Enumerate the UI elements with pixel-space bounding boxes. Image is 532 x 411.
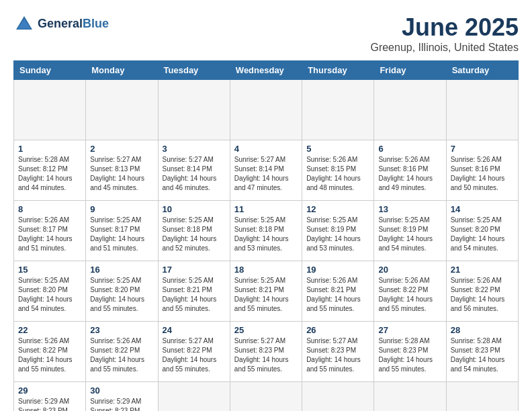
day-number: 13 bbox=[378, 204, 441, 214]
day-number: 22 bbox=[18, 325, 81, 335]
calendar-cell-w5-d4 bbox=[302, 382, 374, 412]
calendar-cell-w0-d3 bbox=[230, 80, 302, 140]
day-number: 24 bbox=[163, 325, 226, 335]
day-number: 14 bbox=[451, 204, 514, 214]
calendar-cell-w3-d4: 19 Sunrise: 5:26 AMSunset: 8:21 PMDaylig… bbox=[302, 261, 374, 322]
calendar-cell-w5-d2 bbox=[158, 382, 230, 412]
calendar-week-1: 1 Sunrise: 5:28 AMSunset: 8:12 PMDayligh… bbox=[14, 140, 519, 201]
calendar-week-5: 29 Sunrise: 5:29 AMSunset: 8:23 PMDaylig… bbox=[14, 382, 519, 412]
day-number: 19 bbox=[306, 265, 369, 275]
cell-info: Sunrise: 5:28 AMSunset: 8:12 PMDaylight:… bbox=[18, 156, 73, 191]
cell-info: Sunrise: 5:25 AMSunset: 8:18 PMDaylight:… bbox=[234, 216, 289, 252]
calendar-cell-w4-d6: 28 Sunrise: 5:28 AMSunset: 8:23 PMDaylig… bbox=[446, 322, 518, 382]
day-number: 8 bbox=[18, 204, 81, 214]
calendar-cell-w2-d0: 8 Sunrise: 5:26 AMSunset: 8:17 PMDayligh… bbox=[14, 201, 86, 261]
day-number: 29 bbox=[18, 385, 81, 396]
logo-text-line1: GeneralBlue bbox=[38, 17, 109, 32]
day-number: 12 bbox=[306, 204, 369, 214]
day-number: 11 bbox=[234, 204, 298, 214]
header-friday: Friday bbox=[374, 61, 446, 80]
cell-info: Sunrise: 5:26 AMSunset: 8:22 PMDaylight:… bbox=[90, 337, 144, 373]
calendar-cell-w5-d1: 30 Sunrise: 5:29 AMSunset: 8:23 PMDaylig… bbox=[86, 382, 158, 412]
day-number: 18 bbox=[234, 265, 298, 275]
day-number: 23 bbox=[90, 325, 153, 335]
calendar-cell-w4-d5: 27 Sunrise: 5:28 AMSunset: 8:23 PMDaylig… bbox=[374, 322, 446, 382]
calendar-cell-w1-d1: 2 Sunrise: 5:27 AMSunset: 8:13 PMDayligh… bbox=[86, 140, 158, 201]
calendar-cell-w3-d1: 16 Sunrise: 5:25 AMSunset: 8:20 PMDaylig… bbox=[86, 261, 158, 322]
cell-info: Sunrise: 5:25 AMSunset: 8:19 PMDaylight:… bbox=[306, 216, 361, 252]
logo: GeneralBlue bbox=[13, 13, 109, 35]
day-number: 26 bbox=[306, 325, 369, 335]
cell-info: Sunrise: 5:26 AMSunset: 8:22 PMDaylight:… bbox=[378, 277, 433, 312]
month-title: June 2025 bbox=[370, 13, 519, 42]
calendar-cell-w1-d3: 4 Sunrise: 5:27 AMSunset: 8:14 PMDayligh… bbox=[230, 140, 302, 201]
calendar-cell-w0-d1 bbox=[86, 80, 158, 140]
day-number: 7 bbox=[451, 144, 514, 154]
calendar-cell-w1-d2: 3 Sunrise: 5:27 AMSunset: 8:14 PMDayligh… bbox=[158, 140, 230, 201]
day-number: 20 bbox=[378, 265, 441, 275]
calendar-week-4: 22 Sunrise: 5:26 AMSunset: 8:22 PMDaylig… bbox=[14, 322, 519, 382]
day-number: 15 bbox=[18, 265, 81, 275]
header-sunday: Sunday bbox=[14, 61, 86, 80]
day-number: 1 bbox=[18, 144, 81, 154]
calendar-cell-w1-d4: 5 Sunrise: 5:26 AMSunset: 8:15 PMDayligh… bbox=[302, 140, 374, 201]
calendar-cell-w0-d6 bbox=[446, 80, 518, 140]
day-number: 16 bbox=[90, 265, 153, 275]
calendar-cell-w2-d1: 9 Sunrise: 5:25 AMSunset: 8:17 PMDayligh… bbox=[86, 201, 158, 261]
cell-info: Sunrise: 5:27 AMSunset: 8:14 PMDaylight:… bbox=[163, 156, 217, 191]
calendar-cell-w3-d6: 21 Sunrise: 5:26 AMSunset: 8:22 PMDaylig… bbox=[446, 261, 518, 322]
day-number: 2 bbox=[90, 144, 153, 154]
cell-info: Sunrise: 5:29 AMSunset: 8:23 PMDaylight:… bbox=[90, 398, 144, 411]
day-number: 6 bbox=[378, 144, 441, 154]
calendar-cell-w1-d0: 1 Sunrise: 5:28 AMSunset: 8:12 PMDayligh… bbox=[14, 140, 86, 201]
calendar-cell-w5-d0: 29 Sunrise: 5:29 AMSunset: 8:23 PMDaylig… bbox=[14, 382, 86, 412]
cell-info: Sunrise: 5:26 AMSunset: 8:15 PMDaylight:… bbox=[306, 156, 361, 191]
header-thursday: Thursday bbox=[302, 61, 374, 80]
cell-info: Sunrise: 5:26 AMSunset: 8:21 PMDaylight:… bbox=[306, 277, 361, 312]
calendar-week-3: 15 Sunrise: 5:25 AMSunset: 8:20 PMDaylig… bbox=[14, 261, 519, 322]
header-monday: Monday bbox=[86, 61, 158, 80]
header-saturday: Saturday bbox=[446, 61, 518, 80]
cell-info: Sunrise: 5:28 AMSunset: 8:23 PMDaylight:… bbox=[451, 337, 505, 373]
calendar-cell-w4-d0: 22 Sunrise: 5:26 AMSunset: 8:22 PMDaylig… bbox=[14, 322, 86, 382]
cell-info: Sunrise: 5:26 AMSunset: 8:16 PMDaylight:… bbox=[451, 156, 505, 191]
cell-info: Sunrise: 5:26 AMSunset: 8:22 PMDaylight:… bbox=[18, 337, 73, 373]
calendar-cell-w0-d4 bbox=[302, 80, 374, 140]
calendar-cell-w1-d5: 6 Sunrise: 5:26 AMSunset: 8:16 PMDayligh… bbox=[374, 140, 446, 201]
cell-info: Sunrise: 5:25 AMSunset: 8:20 PMDaylight:… bbox=[18, 277, 73, 312]
cell-info: Sunrise: 5:25 AMSunset: 8:20 PMDaylight:… bbox=[451, 216, 505, 252]
cell-info: Sunrise: 5:25 AMSunset: 8:18 PMDaylight:… bbox=[163, 216, 217, 252]
cell-info: Sunrise: 5:25 AMSunset: 8:21 PMDaylight:… bbox=[234, 277, 289, 312]
cell-info: Sunrise: 5:26 AMSunset: 8:22 PMDaylight:… bbox=[451, 277, 505, 312]
cell-info: Sunrise: 5:29 AMSunset: 8:23 PMDaylight:… bbox=[18, 398, 73, 411]
header-tuesday: Tuesday bbox=[158, 61, 230, 80]
title-area: June 2025 Greenup, Illinois, United Stat… bbox=[370, 13, 519, 54]
header: GeneralBlue June 2025 Greenup, Illinois,… bbox=[13, 13, 519, 54]
calendar-cell-w1-d6: 7 Sunrise: 5:26 AMSunset: 8:16 PMDayligh… bbox=[446, 140, 518, 201]
cell-info: Sunrise: 5:25 AMSunset: 8:17 PMDaylight:… bbox=[90, 216, 144, 252]
calendar-cell-w0-d0 bbox=[14, 80, 86, 140]
calendar-cell-w2-d6: 14 Sunrise: 5:25 AMSunset: 8:20 PMDaylig… bbox=[446, 201, 518, 261]
cell-info: Sunrise: 5:27 AMSunset: 8:23 PMDaylight:… bbox=[306, 337, 361, 373]
cell-info: Sunrise: 5:27 AMSunset: 8:13 PMDaylight:… bbox=[90, 156, 144, 191]
header-wednesday: Wednesday bbox=[230, 61, 302, 80]
cell-info: Sunrise: 5:25 AMSunset: 8:21 PMDaylight:… bbox=[163, 277, 217, 312]
calendar-cell-w4-d1: 23 Sunrise: 5:26 AMSunset: 8:22 PMDaylig… bbox=[86, 322, 158, 382]
calendar-cell-w3-d0: 15 Sunrise: 5:25 AMSunset: 8:20 PMDaylig… bbox=[14, 261, 86, 322]
day-number: 27 bbox=[378, 325, 441, 335]
calendar-cell-w5-d3 bbox=[230, 382, 302, 412]
day-number: 3 bbox=[163, 144, 226, 154]
cell-info: Sunrise: 5:26 AMSunset: 8:17 PMDaylight:… bbox=[18, 216, 73, 252]
calendar-cell-w2-d4: 12 Sunrise: 5:25 AMSunset: 8:19 PMDaylig… bbox=[302, 201, 374, 261]
calendar-cell-w2-d5: 13 Sunrise: 5:25 AMSunset: 8:19 PMDaylig… bbox=[374, 201, 446, 261]
day-number: 21 bbox=[451, 265, 514, 275]
day-number: 30 bbox=[90, 385, 153, 396]
calendar-cell-w3-d3: 18 Sunrise: 5:25 AMSunset: 8:21 PMDaylig… bbox=[230, 261, 302, 322]
day-number: 5 bbox=[306, 144, 369, 154]
logo-icon bbox=[13, 13, 35, 35]
day-number: 28 bbox=[451, 325, 514, 335]
calendar-cell-w3-d2: 17 Sunrise: 5:25 AMSunset: 8:21 PMDaylig… bbox=[158, 261, 230, 322]
calendar-header-row: Sunday Monday Tuesday Wednesday Thursday… bbox=[14, 61, 519, 80]
cell-info: Sunrise: 5:27 AMSunset: 8:14 PMDaylight:… bbox=[234, 156, 289, 191]
calendar-cell-w4-d3: 25 Sunrise: 5:27 AMSunset: 8:23 PMDaylig… bbox=[230, 322, 302, 382]
